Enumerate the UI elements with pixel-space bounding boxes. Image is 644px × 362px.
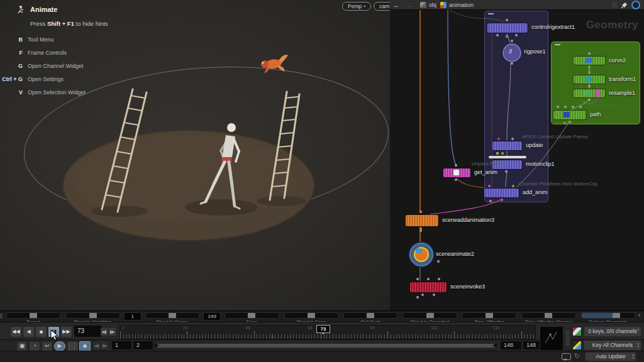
key-mode-icon [572,341,582,350]
range-start-field[interactable]: 1 [112,341,131,349]
node-get_anim[interactable]: Unpack Folder get_anim [443,168,470,177]
ruler-label: 46 [245,326,250,330]
resample-flag-stripe [596,89,600,97]
updown-caret-icon: ▴▾ [637,342,639,348]
node-comment: Channel Primitives from MotionClip [519,181,597,187]
get-anim-icon [453,170,459,175]
keys-summary-icon [572,327,582,336]
node-label: get_anim [474,169,497,175]
select-tool-icon[interactable]: ▣ [16,341,28,351]
timeline-ruler[interactable]: 2 24 46 68 90 112 134 73 [119,325,536,339]
chevron-down-icon: ▾ [637,328,639,331]
blend-frame-start-field[interactable]: 1 [124,312,142,321]
node-comment: the animation path [579,102,620,107]
play-backward-button[interactable]: ◀ [23,326,35,337]
node-sceneanimate2[interactable]: sceneanimate2 [409,243,433,266]
shortcut-label: Open Settings [28,76,64,82]
node-label: resample1 [609,90,635,96]
node-sceneinvoke3[interactable]: sceneinvoke3 [410,282,447,292]
keyframe-mode-icon[interactable]: ◆ [79,341,91,351]
jump-to-start-button[interactable]: ◀◀ [10,326,22,337]
houdini-window: Animate Press Shift + F1 to hide hints B… [0,0,644,362]
keys-summary-field[interactable]: 0 keys, 0/0 channels▾ [584,326,641,337]
node-comment: Unpack Folder [472,161,504,167]
apex-thumbnail[interactable] [540,326,564,351]
node-label: sceneinvoke3 [450,283,485,290]
shortcut-label: Tool Menu [28,36,54,43]
node-path[interactable]: the animation path path [553,111,586,119]
range-step-field[interactable]: 2 [133,341,153,349]
jump-to-end-button[interactable]: ▶▶ [60,326,72,337]
shortcut-label: Open Selection Widget [28,89,86,96]
ruler-label: 24 [183,326,188,330]
node-label: rigpose1 [524,48,546,55]
node-label: controlrigextract1 [531,24,575,30]
row-expand-icon[interactable]: + [638,312,644,319]
stop-button[interactable]: ■ [35,326,47,337]
tool-title: Animate [30,6,57,13]
shortcut-key: F [1,50,23,56]
network-editor[interactable]: ← → obj animation Geometry [390,0,644,310]
node-sceneaddanimation3[interactable]: sceneaddanimation3 [406,215,438,226]
range-step-fwd-icon[interactable]: ▮▶ [101,342,108,349]
curve-node-icon [586,58,592,63]
shortcut-key: V [1,89,23,96]
rigpose-icon: ∂ [509,48,512,55]
playhead-flag[interactable]: 73 [316,325,330,333]
blend-frame-end-field[interactable]: 249 [203,312,221,321]
range-end-field[interactable]: 148 [501,341,521,349]
updown-caret-icon: ▴▾ [632,353,634,359]
global-animation-options-icon[interactable]: ▶ [54,341,65,351]
ruler-toggle-icon[interactable] [67,341,78,351]
hide-hints-line: Press Shift + F1 to hide hints [30,20,108,27]
shortcut-label: Open Channel Widget [28,63,84,69]
range-step-back-icon[interactable]: ◀▮ [93,342,100,349]
ruler-label: 112 [431,326,438,330]
node-add_anim[interactable]: Channel Primitives from MotionClip add_a… [484,189,519,197]
pause-button[interactable]: ▮▮ [48,326,60,337]
display-bar [489,156,526,158]
refresh-icon[interactable]: ↻ [574,352,580,360]
ruler-label: 68 [308,326,313,330]
resample-node-icon [584,90,591,96]
range-left-handle[interactable]: ▶ [155,342,159,348]
node-resample1[interactable]: resample1 [574,89,605,97]
node-label: sceneaddanimation3 [442,217,494,223]
wire-blue [448,10,457,167]
node-transform1[interactable]: transform1 [574,75,605,84]
view-mode-menu[interactable]: Persp▾ [342,2,371,11]
audio-options-icon[interactable]: ◔ [29,341,40,351]
node-rigpose1[interactable]: ∂ rigpose1 [502,43,521,62]
node-curve2[interactable]: curve2 [574,57,605,65]
node-label: motionclip1 [526,161,555,167]
node-controlrigextract1[interactable]: controlrigextract1 [487,23,528,33]
shortcut-key: B [1,36,23,43]
key-mode-dropdown[interactable]: Key All Channels▴▾ [584,340,641,351]
node-label: sceneanimate2 [436,251,474,257]
koi-fish [261,55,288,73]
ruler-label: 90 [370,326,375,330]
scene-viewport[interactable]: Animate Press Shift + F1 to hide hints B… [0,0,390,310]
status-row [0,351,644,362]
range-right-handle[interactable]: ◀ [492,342,497,348]
ruler-label: 134 [492,326,500,330]
step-forward-button[interactable]: ▮▶ [109,328,116,336]
panel-splitter-handle[interactable] [565,329,570,347]
node-label: transform1 [609,76,636,82]
undo-icon[interactable]: ↩ [42,341,53,351]
node-label: curve2 [609,57,626,63]
node-comment: APEX Context Update Parms [522,134,588,140]
node-label: update [526,142,543,148]
message-bubble-icon[interactable] [562,353,571,360]
node-update[interactable]: APEX Context Update Parms update [492,141,522,150]
playback-range-slider[interactable]: ▶ ◀ [156,344,496,348]
sceneanimate-icon [416,248,422,253]
update-mode-dropdown[interactable]: Auto Update▴▾ [585,352,636,361]
shortcut-list: BTool Menu FFrame Controls GOpen Channel… [1,33,86,99]
step-back-button[interactable]: ◀▮ [101,328,108,336]
shortcut-key: G [1,63,23,69]
tool-header: Animate [16,5,57,14]
node-label: path [590,111,601,118]
current-frame-field[interactable]: 73 [74,326,101,337]
row-handle[interactable] [0,314,3,319]
